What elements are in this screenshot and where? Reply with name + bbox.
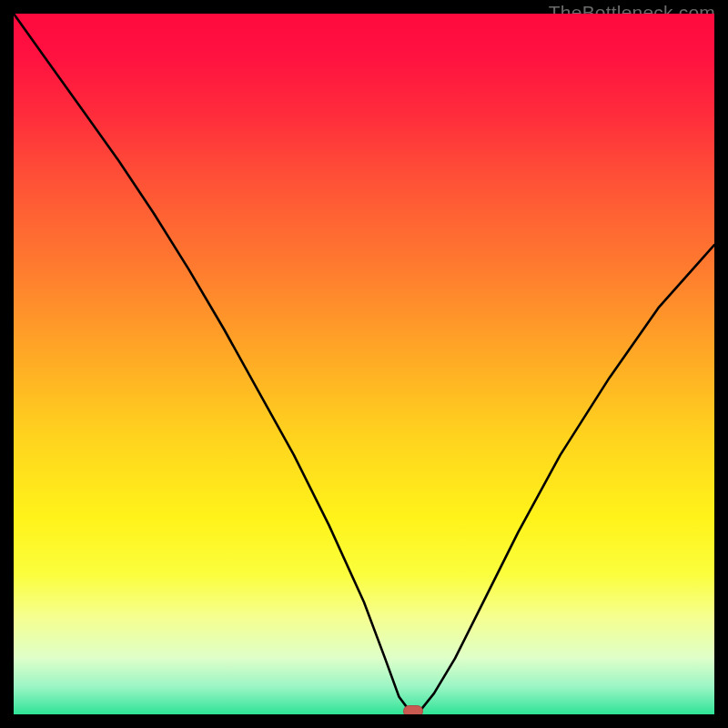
optimal-point-marker [403, 705, 423, 714]
chart-stage: TheBottleneck.com [0, 0, 728, 728]
curve-path [14, 14, 714, 711]
bottleneck-curve [14, 14, 714, 714]
plot-area [14, 14, 714, 714]
